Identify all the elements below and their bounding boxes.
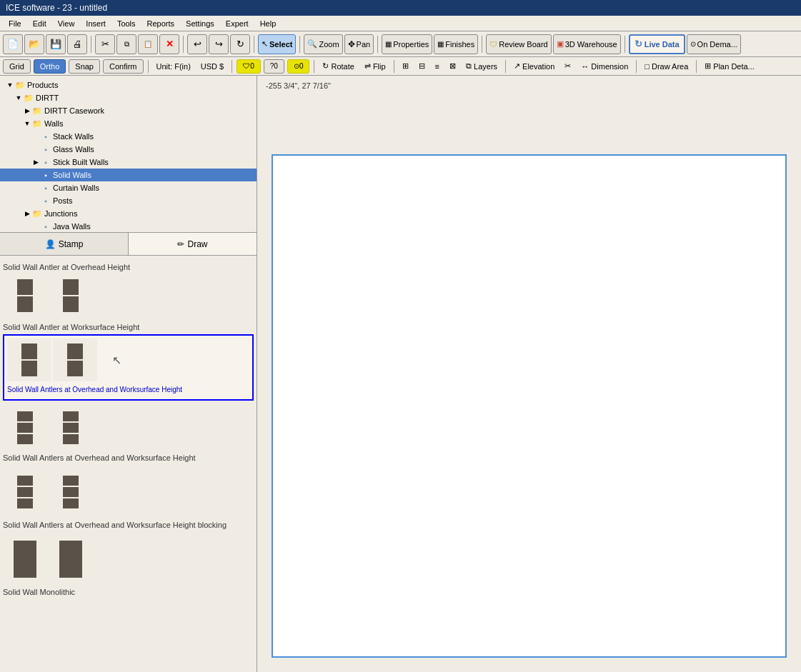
select-button[interactable]: ↖ Select: [258, 34, 296, 54]
group-title-worksurface: Solid Wall Antler at Worksurface Height: [3, 323, 254, 331]
product-tile-bl2[interactable]: [49, 468, 93, 516]
finishes-button[interactable]: ▦ Finishes: [434, 34, 478, 54]
tree-item-java-walls[interactable]: ▪ Java Walls: [0, 220, 257, 232]
tree-item-dirtt[interactable]: ▼ 📁 DIRTT: [0, 91, 257, 104]
plan-detail-button[interactable]: ⊞ Plan Deta...: [701, 61, 757, 71]
distribute-button[interactable]: ⊟: [415, 61, 429, 71]
menu-reports[interactable]: Reports: [141, 18, 181, 29]
live-data-button[interactable]: ↻ Live Data: [629, 34, 685, 54]
stamp-button[interactable]: 👤 Stamp: [0, 233, 129, 255]
copy-align-button[interactable]: ⊞: [399, 61, 412, 71]
align-button[interactable]: ≡: [432, 61, 443, 71]
product-group-overhead: Solid Wall Antler at Overhead Height: [3, 263, 254, 317]
toggle-walls[interactable]: ▼: [23, 120, 31, 127]
new-button[interactable]: 📄: [3, 34, 23, 54]
toggle-products[interactable]: ▼: [6, 81, 14, 89]
product-tile-m1[interactable]: [3, 535, 47, 583]
grid-button[interactable]: Grid: [3, 59, 31, 74]
separator-4: [299, 36, 300, 53]
toggle-casework[interactable]: ▶: [23, 107, 31, 114]
menu-help[interactable]: Help: [254, 18, 282, 29]
rotate-button[interactable]: ↻ Rotate: [319, 61, 357, 71]
tree-item-solid-walls[interactable]: ▪ Solid Walls: [0, 169, 257, 181]
copy-button[interactable]: ⧉: [116, 34, 136, 54]
product-panel[interactable]: Solid Wall Antler at Overhead Height: [0, 256, 257, 672]
badge-question-button[interactable]: ? 0: [264, 59, 284, 74]
draw-button[interactable]: ✏ Draw: [129, 233, 257, 255]
save-button[interactable]: 💾: [46, 34, 66, 54]
cut-button[interactable]: ✂: [95, 34, 115, 54]
tree-item-casework[interactable]: ▶ 📁 DIRTT Casework: [0, 104, 257, 117]
tree-item-glass-walls[interactable]: ▪ Glass Walls: [0, 143, 257, 156]
group-title-blocking: Solid Wall Antlers at Overhead and Works…: [3, 453, 254, 462]
tree-item-stack-walls[interactable]: ▪ Stack Walls: [0, 130, 257, 143]
toggle-junctions[interactable]: ▶: [23, 210, 31, 217]
product-tile-oh1[interactable]: [3, 274, 47, 317]
on-demand-button[interactable]: ⊙ On Dema...: [687, 34, 741, 54]
menu-edit[interactable]: Edit: [27, 18, 52, 29]
tree-item-stick-built-walls[interactable]: ▶ ▪ Stick Built Walls: [0, 156, 257, 169]
tree-item-junctions[interactable]: ▶ 📁 Junctions: [0, 207, 257, 220]
nav-sep-6: [636, 60, 637, 73]
delete-button[interactable]: ✕: [159, 34, 179, 54]
review-board-button[interactable]: 🛡 Review Board: [486, 34, 551, 54]
measure-button[interactable]: ⊠: [446, 61, 459, 71]
product-group-worksurface: Solid Wall Antler at Worksurface Height: [3, 323, 254, 401]
product-tile-oh2[interactable]: [49, 274, 93, 317]
flip-button[interactable]: ⇌ Flip: [361, 61, 389, 71]
tree-item-posts[interactable]: ▪ Posts: [0, 194, 257, 207]
product-group-blocking: Solid Wall Antlers at Overhead and Works…: [3, 468, 254, 529]
confirm-button[interactable]: Confirm: [103, 59, 144, 74]
menu-view[interactable]: View: [52, 18, 81, 29]
group-title-monolithic: Solid Wall Monolithic: [3, 588, 254, 596]
menu-insert[interactable]: Insert: [80, 18, 111, 29]
menu-bar: File Edit View Insert Tools Reports Sett…: [0, 16, 801, 31]
badge-circle-button[interactable]: ⊙ 0: [287, 59, 310, 74]
tree-item-curtain-walls[interactable]: ▪ Curtain Walls: [0, 181, 257, 194]
tree-item-walls[interactable]: ▼ 📁 Walls: [0, 117, 257, 130]
undo-button[interactable]: ↩: [187, 34, 207, 54]
product-tile-ws1[interactable]: [7, 338, 51, 381]
product-tile-b2[interactable]: [49, 406, 93, 449]
draw-icon: ✏: [177, 239, 184, 249]
product-tile-ws2[interactable]: [53, 338, 97, 381]
menu-file[interactable]: File: [3, 18, 27, 29]
toggle-dirtt[interactable]: ▼: [14, 94, 23, 101]
zoom-label: Zoom: [319, 40, 339, 49]
redo-button[interactable]: ↪: [209, 34, 229, 54]
cut-icon-button[interactable]: ✂: [561, 61, 574, 71]
properties-button[interactable]: ▦ Properties: [382, 34, 432, 54]
dimension-icon-button[interactable]: ↔ Dimension: [577, 61, 632, 71]
product-group-both: Solid Wall Antlers at Overhead and Works…: [3, 406, 254, 462]
zoom-button[interactable]: 🔍 Zoom: [304, 34, 342, 54]
toggle-stick-built[interactable]: ▶: [31, 159, 40, 166]
pan-button[interactable]: ✥ Pan: [344, 34, 374, 54]
product-tile-bl1[interactable]: [3, 468, 47, 516]
ortho-button[interactable]: Ortho: [34, 59, 66, 74]
print-button[interactable]: 🖨: [67, 34, 87, 54]
layers-button[interactable]: ⧉ Layers: [462, 61, 501, 71]
paste-button[interactable]: 📋: [138, 34, 158, 54]
tree-scroll[interactable]: ▼ 📁 Products ▼ 📁 DIRTT ▶ 📁: [0, 76, 257, 232]
select-label: Select: [269, 40, 292, 49]
product-tile-b1[interactable]: [3, 406, 47, 449]
menu-expert[interactable]: Expert: [220, 18, 254, 29]
open-button[interactable]: 📂: [24, 34, 44, 54]
product-tile-m2[interactable]: [49, 535, 93, 583]
badge-shield-button[interactable]: 🛡 0: [237, 59, 261, 74]
elevation-button[interactable]: ↗ Elevation: [510, 61, 558, 71]
separator-6: [482, 36, 482, 53]
menu-settings[interactable]: Settings: [180, 18, 220, 29]
draw-area-button[interactable]: □ Draw Area: [641, 61, 692, 71]
tree-item-products[interactable]: ▼ 📁 Products: [0, 79, 257, 91]
java-walls-icon: ▪: [40, 221, 51, 232]
main-layout: ▼ 📁 Products ▼ 📁 DIRTT ▶ 📁: [0, 76, 801, 672]
snap-button[interactable]: Snap: [69, 59, 100, 74]
menu-tools[interactable]: Tools: [111, 18, 141, 29]
nav-sep-3: [314, 60, 314, 73]
refresh-button[interactable]: ↻: [230, 34, 250, 54]
viewport[interactable]: -255 3/4", 27 7/16": [257, 76, 801, 672]
product-tiles-overhead: [3, 274, 254, 317]
stick-built-icon: ▪: [40, 156, 51, 168]
warehouse-button[interactable]: ▣ 3D Warehouse: [553, 34, 621, 54]
